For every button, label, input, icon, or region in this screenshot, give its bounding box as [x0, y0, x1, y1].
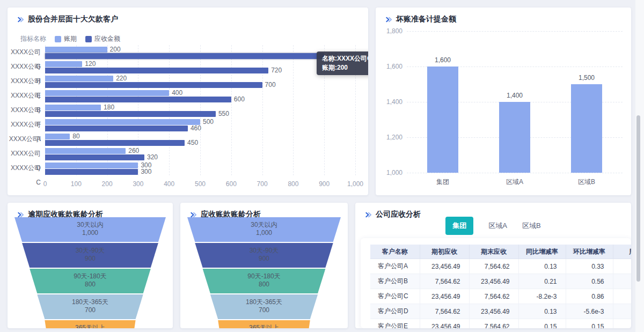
- x-category-label: 集团: [407, 178, 479, 187]
- funnel-segment-name: 180天-365天: [187, 298, 341, 306]
- customer-name-cell: 客户公司E: [370, 319, 420, 329]
- bar-row: 120720: [45, 60, 355, 74]
- x-tick-label: 1,000: [347, 180, 363, 188]
- bar-3[interactable]: [571, 84, 602, 173]
- funnel-segment[interactable]: 365天以上600: [14, 320, 166, 328]
- bar-row: 260320: [45, 146, 355, 161]
- bar-payment-days[interactable]: [45, 148, 126, 154]
- value-cell: 0.86: [566, 289, 613, 304]
- dashboard-page: 股份合并层面十大欠款客户 指标名称 账期 应收金额 XXXX公司GXXXX公司H…: [0, 0, 644, 332]
- bar-payment-days[interactable]: [45, 105, 101, 110]
- y-tick-label: 1,000: [386, 169, 402, 176]
- bar-1[interactable]: [427, 67, 458, 173]
- x-tick-label: 300: [133, 180, 143, 188]
- value-cell: 7,564.62: [469, 259, 518, 274]
- funnel-segment[interactable]: 90天-180天800: [187, 269, 341, 293]
- bar-receivable-amount[interactable]: [45, 97, 231, 102]
- bar-receivable-amount[interactable]: [45, 68, 268, 73]
- table-row[interactable]: 客户公司B7,564.6223,456.490.210.56: [370, 274, 631, 289]
- bar-value-label: 300: [141, 169, 151, 175]
- funnel-segment-name: 180天-365天: [14, 298, 166, 306]
- funnel-segment[interactable]: 180天-365天700: [14, 294, 166, 319]
- value-cell: 0.13: [518, 304, 566, 319]
- funnel-segment[interactable]: 30天-90天900: [187, 243, 341, 268]
- funnel-segment-name: 365天以上: [187, 324, 341, 328]
- bar-value-label: 500: [203, 119, 214, 125]
- vertical-scrollbar-thumb[interactable]: [636, 115, 640, 282]
- x-tick-label: 700: [257, 180, 268, 188]
- bar-payment-days[interactable]: [45, 163, 138, 168]
- table-row[interactable]: 客户公司C23,456.497,564.62-8.2e-30.86: [370, 289, 631, 304]
- x-tick-label: 800: [288, 180, 298, 188]
- bar-receivable-amount[interactable]: [45, 169, 138, 175]
- bar-payment-days[interactable]: [45, 47, 107, 53]
- bar-payment-days[interactable]: [45, 90, 169, 96]
- bar-payment-days[interactable]: [45, 119, 200, 125]
- funnel-segment[interactable]: 30天以内1,000: [14, 217, 166, 242]
- bar-value-label: 320: [147, 154, 158, 160]
- category-label: XXXX公司B: [8, 88, 41, 103]
- funnel-segment[interactable]: 30天-90天900: [14, 243, 166, 268]
- x-tick-label: 600: [226, 180, 237, 188]
- y-tick-label: 1,400: [386, 98, 402, 106]
- legend-item-receivable-amount[interactable]: 应收金额: [85, 34, 120, 43]
- card-top-debtors: 股份合并层面十大欠款客户 指标名称 账期 应收金额 XXXX公司GXXXX公司H…: [8, 8, 368, 195]
- funnel-segment[interactable]: 180天-365天700: [187, 294, 341, 319]
- bar-receivable-amount[interactable]: [45, 53, 324, 59]
- bar-receivable-amount[interactable]: [45, 111, 216, 117]
- double-chevron-icon: [385, 16, 392, 23]
- funnel-segment-value: 700: [14, 306, 166, 314]
- table-row[interactable]: 客户公司D7,564.6223,456.490.13-5.6e-3: [370, 304, 631, 319]
- x-tick-label: 500: [195, 180, 206, 188]
- y-tick-label: 1,600: [386, 63, 402, 70]
- column-header: 客户名称: [370, 245, 420, 259]
- value-cell: [613, 259, 631, 274]
- card-overdue-aging-funnel: 逾期应收账款账龄分析 30天以内1,00030天-90天90090天-180天8…: [8, 203, 173, 328]
- bar-value-label: 180: [104, 105, 114, 110]
- bar-slot: 1,600集团: [407, 31, 479, 173]
- bar-payment-days[interactable]: [45, 134, 70, 139]
- value-cell: [613, 289, 631, 304]
- card-bad-debt-provision: 坏账准备计提金额 1,8001,6001,4001,2001,000 1,600…: [376, 8, 631, 195]
- bar-plot-area: 2009001207202207004006001805505004608045…: [45, 45, 355, 175]
- value-cell: 0.21: [518, 274, 566, 289]
- bar-receivable-amount[interactable]: [45, 126, 188, 131]
- funnel-segment-name: 90天-180天: [14, 272, 166, 281]
- x-category-label: 区域B: [551, 178, 623, 187]
- funnel-segment-value: 900: [187, 255, 341, 263]
- funnel-segment[interactable]: 30天以内1,000: [187, 217, 341, 242]
- value-cell: 7,564.62: [469, 289, 518, 304]
- hover-tooltip: 名称:XXXX公司G 账期:200: [317, 51, 368, 75]
- bar-receivable-amount[interactable]: [45, 154, 144, 160]
- x-tick-label: 0: [43, 180, 47, 188]
- customer-name-cell: 客户公司D: [370, 304, 420, 319]
- table-row[interactable]: 客户公司E23,456.497,564.620.150.15: [370, 319, 631, 329]
- card-header: 坏账准备计提金额: [376, 8, 631, 24]
- tab-region-a[interactable]: 区域A: [488, 217, 507, 235]
- bar-payment-days[interactable]: [45, 61, 82, 67]
- receivables-table: 客户名称期初应收期末应收同比增减率环比增减率周转天数 客户公司A23,456.4…: [370, 245, 631, 328]
- bar-receivable-amount[interactable]: [45, 140, 185, 146]
- bar-value-label: 720: [271, 68, 282, 73]
- x-tick-label: 100: [71, 180, 82, 188]
- tab-region-b[interactable]: 区域B: [522, 217, 541, 235]
- funnel-segment[interactable]: 365天以上600: [187, 320, 341, 328]
- value-cell: 23,456.49: [420, 319, 469, 329]
- category-label: XXXX公司D: [8, 146, 41, 161]
- card-aging-funnel: 应收账款账龄分析 30天以内1,00030天-90天90090天-180天800…: [180, 203, 348, 328]
- tab-group[interactable]: 集团: [445, 217, 473, 235]
- funnel-segment[interactable]: 90天-180天800: [14, 269, 166, 293]
- x-tick-label: 200: [102, 180, 113, 188]
- table-row[interactable]: 客户公司A23,456.497,564.620.130.33: [370, 259, 631, 274]
- bar-2[interactable]: [499, 102, 530, 173]
- legend-item-payment-days[interactable]: 账期: [55, 34, 77, 43]
- legend-swatch: [85, 36, 92, 42]
- funnel-segment-name: 30天-90天: [187, 247, 341, 255]
- funnel-segment-value: 900: [14, 255, 166, 263]
- bar-row: 300300: [45, 161, 355, 175]
- bar-payment-days[interactable]: [45, 76, 113, 82]
- category-label: XXXX公司A: [8, 117, 41, 132]
- bar-value-label: 260: [128, 148, 139, 154]
- bar-receivable-amount[interactable]: [45, 82, 262, 88]
- y-axis-category-labels: XXXX公司GXXXX公司HXXXX公司EXXXX公司BXXXX公司FXXXX公…: [8, 45, 41, 175]
